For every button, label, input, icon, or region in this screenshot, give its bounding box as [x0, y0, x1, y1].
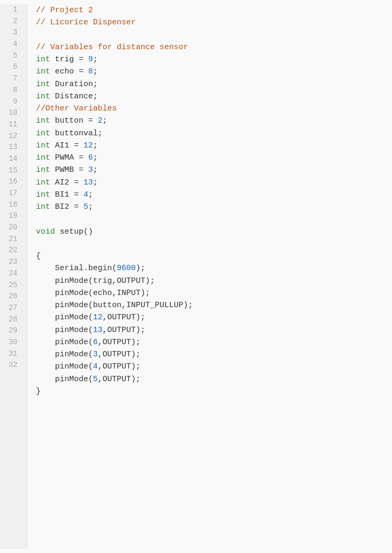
code-line: pinMode(6,OUTPUT); [36, 336, 392, 348]
number-token: 3 [88, 165, 93, 174]
code-line: pinMode(button,INPUT_PULLUP); [36, 299, 392, 311]
plain-token: ; [93, 153, 98, 162]
code-line: int PWMA = 6; [36, 152, 392, 164]
number-token: 3 [93, 350, 98, 359]
line-number: 24 [0, 268, 22, 280]
number-token: 6 [93, 338, 98, 347]
plain-token: BI1 = [50, 190, 83, 199]
plain-token: pinMode( [36, 313, 93, 322]
line-number: 29 [0, 325, 22, 337]
plain-token: ,OUTPUT); [102, 313, 145, 322]
keyword-token: int [36, 141, 50, 150]
number-token: 4 [83, 190, 88, 199]
comment-token: //Other Variables [36, 104, 117, 113]
number-token: 9600 [117, 264, 136, 273]
plain-token: Distance; [50, 92, 98, 101]
line-number: 3 [0, 27, 22, 39]
plain-token: ,OUTPUT); [98, 362, 141, 371]
line-number: 26 [0, 291, 22, 302]
plain-token: AI2 = [50, 178, 83, 187]
plain-token: ; [88, 202, 93, 211]
code-line: Serial.begin(9600); [36, 262, 392, 274]
code-line: int Duration; [36, 78, 392, 90]
keyword-token: int [36, 178, 50, 187]
code-line: int trig = 9; [36, 53, 392, 66]
line-number-gutter: 1234567891011121314151617181920212223242… [0, 4, 27, 549]
keyword-token: int [36, 67, 50, 76]
plain-token: trig = [50, 55, 88, 64]
plain-token: ; [93, 178, 98, 187]
plain-token: } [36, 387, 41, 396]
code-line [36, 29, 392, 41]
plain-token: PWMA = [50, 153, 88, 162]
code-line: int Distance; [36, 90, 392, 103]
code-line: { [36, 250, 392, 262]
line-number: 17 [0, 188, 22, 199]
plain-token: BI2 = [50, 202, 83, 211]
plain-token: AI1 = [50, 141, 83, 150]
plain-token: ; [93, 141, 98, 150]
plain-token: ; [93, 55, 98, 64]
code-line: pinMode(13,OUTPUT); [36, 324, 392, 336]
code-line: pinMode(trig,OUTPUT); [36, 275, 392, 287]
line-number: 16 [0, 176, 22, 188]
number-token: 5 [93, 375, 98, 384]
keyword-token: int [36, 116, 50, 125]
keyword-token: int [36, 80, 50, 89]
comment-token: // Variables for distance sensor [36, 43, 188, 52]
code-line: // Licorice Dispenser [36, 16, 392, 29]
line-number: 9 [0, 96, 22, 108]
line-number: 25 [0, 280, 22, 291]
line-number: 6 [0, 61, 22, 73]
number-token: 8 [88, 67, 93, 76]
plain-token: ; [102, 116, 107, 125]
comment-token: // Project 2 [36, 6, 93, 15]
plain-token: pinMode(trig,OUTPUT); [36, 276, 155, 285]
plain-token: pinMode( [36, 362, 93, 371]
plain-token: pinMode( [36, 326, 93, 335]
code-line: int PWMB = 3; [36, 164, 392, 176]
plain-token: ,OUTPUT); [98, 350, 141, 359]
plain-token: Serial.begin( [36, 264, 117, 273]
plain-token: ); [136, 264, 145, 273]
line-number: 11 [0, 119, 22, 131]
code-line [36, 213, 392, 225]
code-line: int AI2 = 13; [36, 177, 392, 189]
code-line: } [36, 385, 392, 398]
code-line [36, 238, 392, 250]
code-line: pinMode(echo,INPUT); [36, 287, 392, 299]
plain-token: pinMode(button,INPUT_PULLUP); [36, 301, 193, 310]
line-number: 32 [0, 360, 22, 371]
line-number: 4 [0, 39, 22, 50]
number-token: 12 [93, 313, 102, 322]
code-line: int BI2 = 5; [36, 201, 392, 213]
keyword-token: int [36, 165, 50, 174]
plain-token: Duration; [50, 80, 98, 89]
line-number: 7 [0, 73, 22, 85]
line-number: 14 [0, 153, 22, 165]
plain-token: ; [93, 165, 98, 174]
code-line: pinMode(12,OUTPUT); [36, 311, 392, 324]
code-line: int AI1 = 12; [36, 140, 392, 152]
line-number: 2 [0, 16, 22, 27]
line-number: 22 [0, 245, 22, 256]
keyword-token: int [36, 55, 50, 64]
number-token: 13 [93, 326, 102, 335]
keyword-token: int [36, 190, 50, 199]
keyword-token: int [36, 92, 50, 101]
plain-token: pinMode( [36, 338, 93, 347]
line-number: 12 [0, 131, 22, 142]
comment-token: // Licorice Dispenser [36, 18, 136, 27]
code-line: void setup() [36, 226, 392, 238]
line-number: 8 [0, 85, 22, 96]
plain-token: pinMode( [36, 350, 93, 359]
keyword-token: int [36, 202, 50, 211]
code-line: int button = 2; [36, 115, 392, 127]
code-line: int BI1 = 4; [36, 189, 392, 201]
line-number: 20 [0, 222, 22, 234]
void-keyword-token: void [36, 227, 55, 236]
code-line: int buttonval; [36, 127, 392, 140]
code-content[interactable]: // Project 2// Licorice Dispenser // Var… [27, 4, 392, 549]
number-token: 9 [88, 55, 93, 64]
plain-token: ,OUTPUT); [98, 338, 141, 347]
